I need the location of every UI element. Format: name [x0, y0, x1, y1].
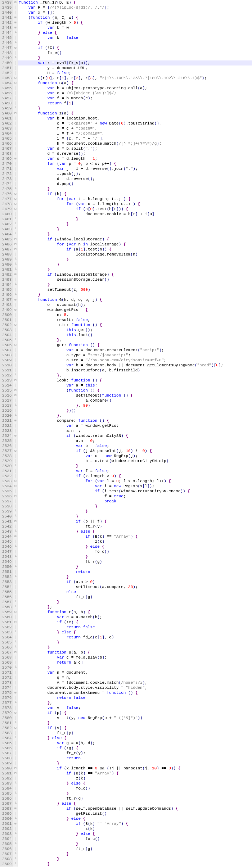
- code-line[interactable]: }: [18, 282, 252, 287]
- fold-marker[interactable]: │: [13, 312, 18, 317]
- fold-marker[interactable]: │: [13, 176, 18, 181]
- fold-marker[interactable]: └: [13, 55, 18, 60]
- fold-marker[interactable]: ⊟: [13, 196, 18, 202]
- fold-marker[interactable]: └: [13, 338, 18, 343]
- fold-marker[interactable]: └: [13, 862, 18, 867]
- code-line[interactable]: a.compare(): [18, 398, 252, 403]
- code-line[interactable]: var n = document,: [18, 670, 252, 675]
- fold-marker[interactable]: ⊟: [13, 534, 18, 539]
- code-line[interactable]: function G(h, d, o, p, j) {: [18, 297, 252, 302]
- fold-marker[interactable]: ⊟: [13, 0, 18, 5]
- fold-marker[interactable]: │: [13, 625, 18, 630]
- fold-marker[interactable]: │: [13, 136, 18, 141]
- fold-marker[interactable]: ⊟: [13, 418, 18, 423]
- fold-marker[interactable]: │: [13, 86, 18, 91]
- fold-marker[interactable]: ⊟: [13, 272, 18, 277]
- code-line[interactable]: }: [18, 504, 252, 509]
- fold-marker[interactable]: └: [13, 529, 18, 534]
- code-line[interactable]: fo_c(): [18, 786, 252, 791]
- fold-marker[interactable]: │: [13, 65, 18, 71]
- code-line[interactable]: if (!C) {: [18, 45, 252, 50]
- code-line[interactable]: fo_c(): [18, 549, 252, 554]
- code-line[interactable]: var c = fe_a.play(b);: [18, 655, 252, 660]
- fold-marker[interactable]: └: [13, 232, 18, 237]
- fold-marker[interactable]: ⊟: [13, 433, 18, 438]
- fold-marker[interactable]: ⊟: [13, 15, 18, 20]
- code-line[interactable]: function _fun_17(D, E) {: [18, 0, 252, 5]
- fold-marker[interactable]: │: [13, 35, 18, 40]
- code-line[interactable]: var a = this;: [18, 383, 252, 388]
- code-line[interactable]: return false: [18, 695, 252, 700]
- fold-marker[interactable]: └: [13, 816, 18, 821]
- code-line[interactable]: if (x.length == 0 && (!j || parseInt(j, …: [18, 766, 252, 771]
- code-line[interactable]: (function (m, C, w) {: [18, 15, 252, 20]
- code-line[interactable]: }: [18, 720, 252, 725]
- code-line[interactable]: n: 5,: [18, 312, 252, 317]
- fold-marker[interactable]: ⊟: [13, 484, 18, 489]
- code-line[interactable]: }: [18, 564, 252, 569]
- fold-marker[interactable]: ⊟: [13, 806, 18, 811]
- fold-marker[interactable]: ⊟: [13, 322, 18, 327]
- fold-marker[interactable]: ⊟: [13, 479, 18, 484]
- fold-marker[interactable]: └: [13, 781, 18, 786]
- fold-marker[interactable]: ⊟: [13, 519, 18, 524]
- code-line[interactable]: }: [18, 761, 252, 766]
- code-line[interactable]: }: [18, 227, 252, 232]
- fold-marker[interactable]: │: [13, 101, 18, 106]
- fold-marker[interactable]: │: [13, 655, 18, 660]
- code-line[interactable]: },: [18, 413, 252, 418]
- code-line[interactable]: return a[c]: [18, 660, 252, 665]
- fold-marker[interactable]: │: [13, 579, 18, 584]
- code-line[interactable]: y = document.URL,: [18, 65, 252, 71]
- code-line[interactable]: if (a[0].test(h[t])) {: [18, 207, 252, 212]
- code-line[interactable]: for (var n in localStorage) {: [18, 242, 252, 247]
- fold-marker[interactable]: └: [13, 841, 18, 846]
- code-line[interactable]: var c = new RegExp(j);: [18, 453, 252, 458]
- code-line[interactable]: d = d.reverse();: [18, 176, 252, 181]
- fold-marker[interactable]: │: [13, 756, 18, 761]
- fold-marker[interactable]: │: [13, 715, 18, 720]
- fold-marker[interactable]: └: [13, 464, 18, 469]
- fold-marker[interactable]: │: [13, 595, 18, 600]
- code-line[interactable]: get: function () {: [18, 343, 252, 348]
- code-line[interactable]: fm_e(): [18, 50, 252, 55]
- fold-marker[interactable]: │: [13, 438, 18, 443]
- code-line[interactable]: if (B(k) == "Array") {: [18, 771, 252, 776]
- code-line[interactable]: ft_r(y): [18, 731, 252, 736]
- fold-marker[interactable]: │: [13, 670, 18, 675]
- code-line[interactable]: q = n,: [18, 675, 252, 680]
- code-line[interactable]: var c = /^\[object (\w+)\]$/;: [18, 91, 252, 96]
- code-line[interactable]: function B(a) {: [18, 81, 252, 86]
- code-line[interactable]: if (h) {: [18, 191, 252, 196]
- fold-marker[interactable]: │: [13, 539, 18, 544]
- fold-marker[interactable]: │: [13, 353, 18, 358]
- code-line[interactable]: }: [18, 862, 252, 867]
- code-line[interactable]: ft_r(g): [18, 595, 252, 600]
- fold-marker[interactable]: └: [13, 851, 18, 856]
- fold-marker[interactable]: │: [13, 277, 18, 282]
- code-line[interactable]: var F = [/^(?!ipLoc-djd$)/, /.*/];: [18, 5, 252, 10]
- code-line[interactable]: init: function () {: [18, 322, 252, 327]
- fold-marker[interactable]: └: [13, 262, 18, 267]
- code-line[interactable]: var d = b.split(".");: [18, 146, 252, 151]
- code-line[interactable]: z(k): [18, 826, 252, 831]
- fold-marker[interactable]: │: [13, 635, 18, 640]
- fold-marker[interactable]: │: [13, 96, 18, 101]
- code-line[interactable]: }: [18, 40, 252, 45]
- code-line[interactable]: var r = eval(fk_s(m)),: [18, 60, 252, 65]
- fold-marker[interactable]: │: [13, 181, 18, 186]
- fold-marker[interactable]: │: [13, 761, 18, 766]
- fold-marker[interactable]: │: [13, 161, 18, 166]
- code-line[interactable]: var x = [];: [18, 10, 252, 15]
- code-line[interactable]: z(k): [18, 539, 252, 544]
- fold-marker[interactable]: ⊟: [13, 307, 18, 312]
- fold-marker[interactable]: │: [13, 489, 18, 494]
- fold-marker[interactable]: └: [13, 554, 18, 559]
- fold-marker[interactable]: ⊟: [13, 156, 18, 161]
- code-line[interactable]: var b = location.host,: [18, 116, 252, 121]
- code-line[interactable]: function t(a, b) {: [18, 610, 252, 615]
- code-line[interactable]: },: [18, 373, 252, 378]
- code-line[interactable]: H = false;: [18, 71, 252, 76]
- code-line[interactable]: ft_r(g): [18, 559, 252, 564]
- fold-marker[interactable]: │: [13, 584, 18, 589]
